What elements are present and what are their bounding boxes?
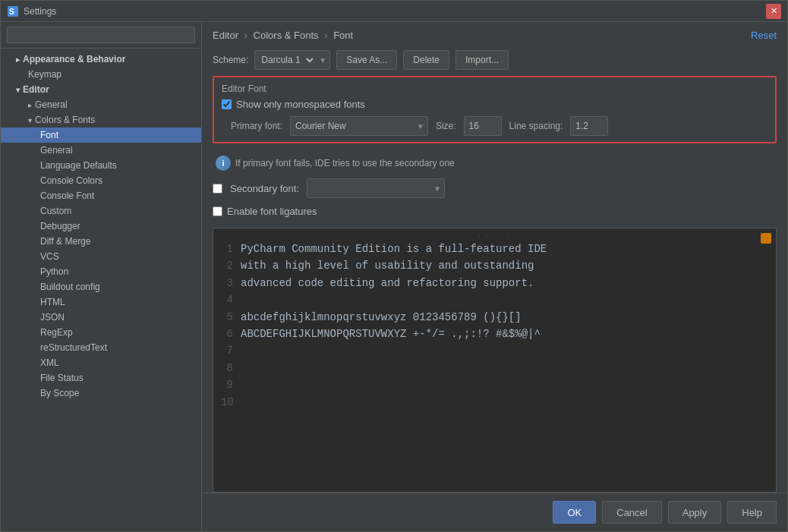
sidebar-item-label: reStructuredText bbox=[40, 342, 107, 353]
reset-button[interactable]: Reset bbox=[751, 30, 777, 41]
panel-body: Editor Font Show only monospaced fonts P… bbox=[202, 76, 787, 493]
preview-line: 5 abcdefghijklmnopqrstuvwxyz 0123456789 … bbox=[221, 309, 768, 326]
scheme-row: Scheme: Darcula 1 ▼ Save As... Delete Im… bbox=[202, 47, 787, 76]
ok-button[interactable]: OK bbox=[553, 501, 596, 524]
sidebar-item-diff-merge[interactable]: Diff & Merge bbox=[1, 234, 201, 249]
right-panel: Editor › Colors & Fonts › Font Reset Sch… bbox=[202, 22, 787, 531]
preview-line: 3 advanced code editing and refactoring … bbox=[221, 275, 768, 291]
line-number: 4 bbox=[221, 291, 233, 308]
sidebar-item-python[interactable]: Python bbox=[1, 264, 201, 279]
sidebar-item-editor[interactable]: ▾ Editor bbox=[1, 82, 201, 97]
secondary-font-input[interactable] bbox=[307, 181, 430, 195]
sidebar-item-console-font[interactable]: Console Font bbox=[1, 188, 201, 203]
ligatures-label[interactable]: Enable font ligatures bbox=[227, 206, 317, 217]
main-content: ▸ Appearance & Behavior Keymap ▾ Editor … bbox=[1, 22, 787, 531]
sidebar-item-colors-fonts[interactable]: ▾ Colors & Fonts bbox=[1, 112, 201, 127]
sidebar-item-label: By Scope bbox=[40, 388, 79, 398]
preview-line: 1 PyCharm Community Edition is a full-fe… bbox=[221, 241, 768, 257]
arrow-icon: ▾ bbox=[28, 116, 32, 124]
secondary-font-row: Secondary font: ▼ bbox=[213, 178, 777, 198]
line-text: abcdefghijklmnopqrstuvwxyz 0123456789 ()… bbox=[241, 309, 522, 326]
sidebar-item-file-status[interactable]: File Status bbox=[1, 370, 201, 386]
line-number: 9 bbox=[221, 376, 233, 393]
sidebar-item-font[interactable]: Font bbox=[1, 127, 201, 143]
info-text: If primary font fails, IDE tries to use … bbox=[235, 158, 455, 168]
line-number: 5 bbox=[221, 309, 233, 326]
preview-line: 7 bbox=[221, 342, 768, 359]
sidebar-item-label: Colors & Fonts bbox=[35, 115, 95, 125]
preview-line: 8 bbox=[221, 360, 768, 376]
breadcrumb-part1: Editor bbox=[213, 30, 238, 41]
sidebar-item-keymap[interactable]: Keymap bbox=[1, 67, 201, 82]
line-number: 7 bbox=[221, 342, 233, 359]
font-size-input[interactable] bbox=[464, 116, 502, 136]
sidebar-item-label: XML bbox=[40, 357, 59, 368]
sidebar-item-label: Font bbox=[40, 130, 58, 140]
breadcrumb-sep1: › bbox=[244, 30, 247, 41]
line-text: PyCharm Community Edition is a full-feat… bbox=[241, 241, 547, 257]
sidebar-item-label: Editor bbox=[23, 84, 49, 95]
sidebar-item-json[interactable]: JSON bbox=[1, 310, 201, 325]
size-label: Size: bbox=[436, 121, 456, 131]
preview-line: 2 with a high level of usability and out… bbox=[221, 257, 768, 274]
line-text: advanced code editing and refactoring su… bbox=[241, 275, 534, 291]
delete-button[interactable]: Delete bbox=[403, 50, 449, 70]
monospaced-checkbox[interactable] bbox=[222, 99, 232, 109]
sidebar-item-general2[interactable]: General bbox=[1, 143, 201, 158]
breadcrumb-part3: Font bbox=[333, 30, 353, 41]
chevron-down-icon: ▼ bbox=[316, 56, 329, 65]
sidebar-item-by-scope[interactable]: By Scope bbox=[1, 386, 201, 401]
close-button[interactable]: ✕ bbox=[766, 4, 781, 19]
line-spacing-input[interactable] bbox=[570, 116, 608, 136]
secondary-font-label[interactable]: Secondary font: bbox=[230, 183, 299, 194]
sidebar-item-language-defaults[interactable]: Language Defaults bbox=[1, 158, 201, 173]
arrow-icon: ▸ bbox=[28, 101, 32, 109]
panel-header: Editor › Colors & Fonts › Font Reset bbox=[202, 22, 787, 47]
breadcrumb-sep2: › bbox=[324, 30, 327, 41]
sidebar-item-label: General bbox=[40, 145, 73, 156]
help-button[interactable]: Help bbox=[727, 501, 777, 524]
sidebar-item-appearance[interactable]: ▸ Appearance & Behavior bbox=[1, 52, 201, 67]
line-number: 1 bbox=[221, 241, 233, 257]
secondary-font-checkbox[interactable] bbox=[213, 184, 222, 194]
ligatures-checkbox[interactable] bbox=[213, 206, 222, 216]
sidebar-item-buildout-config[interactable]: Buildout config bbox=[1, 279, 201, 294]
ligatures-row: Enable font ligatures bbox=[213, 206, 777, 217]
line-number: 10 bbox=[221, 394, 234, 411]
arrow-icon: ▸ bbox=[16, 55, 20, 64]
sidebar-item-custom[interactable]: Custom bbox=[1, 203, 201, 219]
scheme-select[interactable]: Darcula 1 bbox=[255, 52, 316, 68]
import-button[interactable]: Import... bbox=[455, 50, 509, 70]
breadcrumb-part2: Colors & Fonts bbox=[254, 30, 319, 41]
save-as-button[interactable]: Save As... bbox=[336, 50, 397, 70]
sidebar-item-label: Console Font bbox=[40, 190, 94, 201]
line-number: 2 bbox=[221, 257, 233, 274]
editor-font-title: Editor Font bbox=[222, 83, 768, 94]
sidebar-item-general[interactable]: ▸ General bbox=[1, 97, 201, 112]
preview-line: 9 bbox=[221, 376, 768, 393]
monospaced-label[interactable]: Show only monospaced fonts bbox=[236, 99, 365, 110]
sidebar-item-restructuredtext[interactable]: reStructuredText bbox=[1, 340, 201, 355]
line-number: 8 bbox=[221, 360, 233, 376]
preview-line: 4 bbox=[221, 291, 768, 308]
sidebar-item-label: HTML bbox=[40, 297, 65, 307]
sidebar-item-label: Python bbox=[40, 266, 68, 277]
sidebar-item-console-colors[interactable]: Console Colors bbox=[1, 173, 201, 188]
window-title: Settings bbox=[24, 6, 766, 17]
preview-container: · · · · · 1 PyCharm Community Edition is… bbox=[213, 228, 777, 493]
sidebar-item-label: Keymap bbox=[28, 69, 61, 80]
sidebar: ▸ Appearance & Behavior Keymap ▾ Editor … bbox=[1, 22, 202, 531]
sidebar-item-regexp[interactable]: RegExp bbox=[1, 325, 201, 340]
apply-button[interactable]: Apply bbox=[668, 501, 722, 524]
sidebar-item-label: JSON bbox=[40, 312, 65, 323]
primary-font-input[interactable] bbox=[291, 119, 414, 133]
monospaced-checkbox-row: Show only monospaced fonts bbox=[222, 99, 768, 110]
search-box bbox=[1, 22, 201, 49]
sidebar-item-debugger[interactable]: Debugger bbox=[1, 219, 201, 234]
cancel-button[interactable]: Cancel bbox=[602, 501, 661, 524]
sidebar-item-html[interactable]: HTML bbox=[1, 294, 201, 310]
search-input[interactable] bbox=[7, 27, 195, 43]
sidebar-item-xml[interactable]: XML bbox=[1, 355, 201, 370]
sidebar-item-vcs[interactable]: VCS bbox=[1, 249, 201, 264]
primary-font-select-wrapper: ▼ bbox=[290, 116, 428, 136]
